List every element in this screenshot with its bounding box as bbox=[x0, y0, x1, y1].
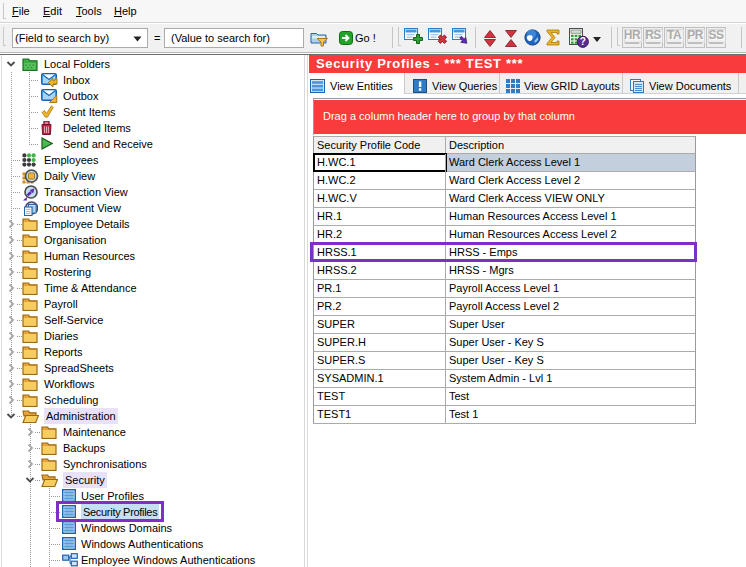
svg-text:?: ? bbox=[580, 36, 586, 47]
